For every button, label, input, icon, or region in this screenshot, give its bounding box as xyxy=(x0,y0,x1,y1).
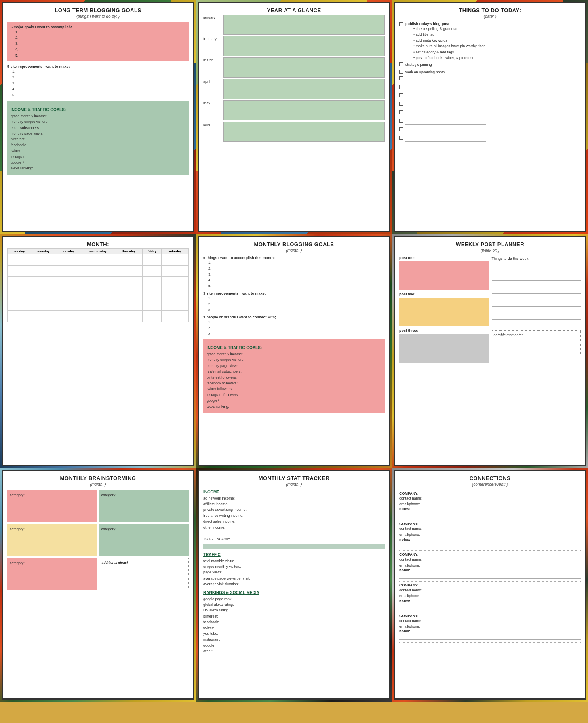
month-march: march xyxy=(203,57,385,78)
weekly-todo-col: Things to do this week: notable moments! xyxy=(492,256,581,364)
day-monday: monday xyxy=(31,248,56,254)
goal-5: 5. xyxy=(15,53,185,58)
stat-tracker-chart-placeholder xyxy=(203,544,385,549)
calendar-panel: MONTH: sunday monday tuesday wednesday t… xyxy=(2,236,194,466)
month-june: june xyxy=(203,122,385,142)
monthly-goals-cell: MONTHLY BLOGGING GOALS {month: } 5 thing… xyxy=(196,234,392,468)
checkbox-extra-4[interactable] xyxy=(399,102,403,106)
cal-cell xyxy=(161,299,188,310)
brain-cat-5: category: xyxy=(7,558,97,590)
day-saturday: saturday xyxy=(161,248,188,254)
day-wednesday: wednesday xyxy=(81,248,115,254)
things-todo-label: Things to do this week: xyxy=(492,256,581,261)
connection-2: COMPANY: contact name: email/phone: note… xyxy=(399,520,581,551)
brainstorm-bottom: category: additional ideas! xyxy=(7,558,189,590)
cal-cell xyxy=(115,276,143,288)
checkbox-extra-8[interactable] xyxy=(399,136,403,140)
brainstorm-panel: MONTHLY BRAINSTORMING {month: } category… xyxy=(2,470,194,700)
cal-cell xyxy=(31,254,56,265)
day-sunday: sunday xyxy=(8,248,31,254)
cal-cell xyxy=(142,254,161,265)
checkbox-extra-1[interactable] xyxy=(399,76,403,80)
brain-cat-3: category: xyxy=(7,524,97,556)
goal-4: 4. xyxy=(15,46,185,52)
page-layout: LONG TERM BLOGGING GOALS {things I want … xyxy=(0,0,588,702)
goal-1: 1. xyxy=(15,29,185,35)
checklist-item-upcoming: work on upcoming posts xyxy=(399,69,581,75)
checkbox-pinning[interactable] xyxy=(399,62,403,66)
brain-cat-1: category: xyxy=(7,490,97,522)
cal-cell xyxy=(31,265,56,276)
brainstorm-grid: category: category: category: category: xyxy=(7,490,189,556)
cal-cell xyxy=(81,299,115,310)
checklist-item-extra-2 xyxy=(399,84,581,92)
year-glance-cell: YEAR AT A GLANCE january february march … xyxy=(196,0,392,234)
checkbox-extra-5[interactable] xyxy=(399,110,403,114)
cal-cell xyxy=(31,310,56,322)
day-tuesday: tuesday xyxy=(56,248,81,254)
day-thursday: thursday xyxy=(115,248,143,254)
major-goals-list: 1. 2. 3. 4. 5. xyxy=(11,29,185,58)
checklist-item-extra-3 xyxy=(399,93,581,100)
cal-cell xyxy=(31,288,56,299)
things-today-panel: THINGS TO DO TODAY: {date: } publish tod… xyxy=(394,2,586,232)
cal-cell xyxy=(81,265,115,276)
income-header: INCOME & TRAFFIC GOALS: xyxy=(11,108,185,112)
monthly-goals-panel: MONTHLY BLOGGING GOALS {month: } 5 thing… xyxy=(198,236,390,466)
day-friday: friday xyxy=(142,248,161,254)
month-february: february xyxy=(203,36,385,56)
connections-cell: CONNECTIONS {conference/event: } COMPANY… xyxy=(392,468,588,702)
calendar-cell: MONTH: sunday monday tuesday wednesday t… xyxy=(0,234,196,468)
connection-3: COMPANY: contact name: email/phone: note… xyxy=(399,551,581,582)
checkbox-extra-7[interactable] xyxy=(399,127,403,131)
stat-tracker-cell: MONTHLY STAT TRACKER {month: } INCOME ad… xyxy=(196,468,392,702)
post-two-label: post two: xyxy=(399,292,489,296)
connection-5: COMPANY: contact name: email/phone: note… xyxy=(399,612,581,643)
cal-cell xyxy=(81,276,115,288)
monthly-income-header: INCOME & TRAFFIC GOALS: xyxy=(207,346,381,350)
checkbox-extra-6[interactable] xyxy=(399,119,403,123)
stat-tracker-title: MONTHLY STAT TRACKER xyxy=(203,475,385,481)
cal-cell xyxy=(81,310,115,322)
cal-cell xyxy=(81,288,115,299)
cal-cell xyxy=(142,288,161,299)
post-three-label: post three: xyxy=(399,329,489,333)
year-glance-title: YEAR AT A GLANCE xyxy=(203,7,385,13)
income-goals-section: INCOME & TRAFFIC GOALS: gross monthly in… xyxy=(7,101,189,175)
brainstorm-title: MONTHLY BRAINSTORMING xyxy=(7,475,189,481)
cal-cell xyxy=(56,276,81,288)
cal-row-4 xyxy=(8,288,189,299)
cal-cell xyxy=(115,265,143,276)
cal-cell xyxy=(81,254,115,265)
brain-cat-2: category: xyxy=(99,490,189,522)
longterm-subtitle: {things I want to do by: } xyxy=(7,14,189,19)
checkbox-upcoming[interactable] xyxy=(399,70,403,74)
monthly-goals-title: MONTHLY BLOGGING GOALS xyxy=(203,241,385,247)
major-goals-section: 5 major goals I want to accomplish: 1. 2… xyxy=(7,22,189,61)
connection-4: COMPANY: contact name: email/phone: note… xyxy=(399,582,581,612)
cal-cell xyxy=(56,288,81,299)
checkbox-publish[interactable] xyxy=(399,22,403,26)
cal-row-1 xyxy=(8,254,189,265)
cal-row-5 xyxy=(8,299,189,310)
weekly-planner-title: WEEKLY POST PLANNER xyxy=(399,241,581,247)
brainstorm-subtitle: {month: } xyxy=(7,482,189,487)
checkbox-extra-3[interactable] xyxy=(399,93,403,97)
cal-cell xyxy=(8,288,31,299)
brainstorm-cell: MONTHLY BRAINSTORMING {month: } category… xyxy=(0,468,196,702)
connections-subtitle: {conference/event: } xyxy=(399,482,581,487)
cal-cell xyxy=(115,310,143,322)
major-goals-header: 5 major goals I want to accomplish: xyxy=(11,25,185,29)
cal-cell xyxy=(115,288,143,299)
month-january: january xyxy=(203,15,385,35)
post-three-box xyxy=(399,334,489,363)
cal-cell xyxy=(161,265,188,276)
things-today-cell: THINGS TO DO TODAY: {date: } publish tod… xyxy=(392,0,588,234)
cal-cell xyxy=(31,299,56,310)
monthly-goals-subtitle: {month: } xyxy=(203,248,385,253)
cal-cell xyxy=(8,276,31,288)
checkbox-extra-2[interactable] xyxy=(399,85,403,89)
cal-row-3 xyxy=(8,276,189,288)
traffic-section-header: TRAFFIC xyxy=(203,552,385,557)
cal-cell xyxy=(56,299,81,310)
